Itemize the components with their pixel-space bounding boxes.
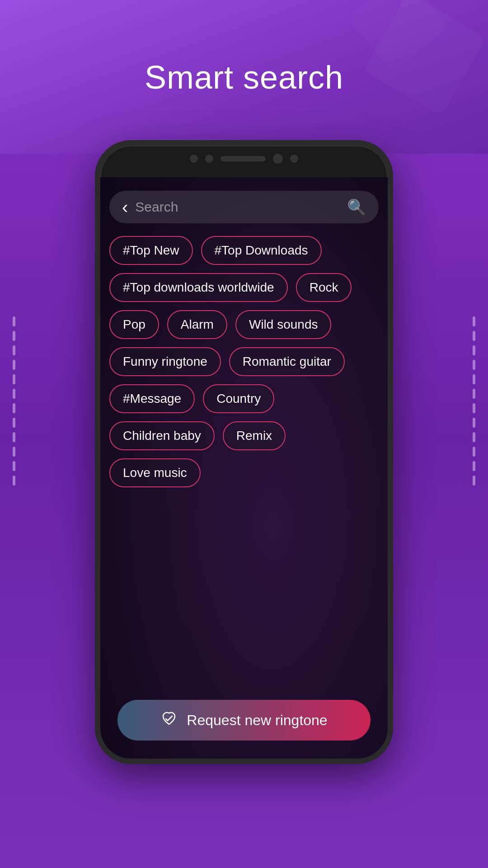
search-input[interactable]: Search: [135, 199, 347, 215]
tag-top-downloads-worldwide[interactable]: #Top downloads worldwide: [109, 273, 288, 302]
phone-mockup: ‹ Search 🔍 #Top New #Top Downloads #Top …: [95, 140, 393, 764]
decorative-dashes-right: [473, 316, 475, 486]
tag-top-downloads[interactable]: #Top Downloads: [201, 236, 322, 265]
tag-rock[interactable]: Rock: [296, 273, 352, 302]
decorative-dashes-left: [13, 316, 15, 486]
request-ringtone-button[interactable]: Request new ringtone: [117, 700, 371, 741]
tag-love-music[interactable]: Love music: [109, 458, 201, 487]
tags-container: #Top New #Top Downloads #Top downloads w…: [109, 236, 379, 487]
request-icon: [160, 710, 178, 731]
tag-top-new[interactable]: #Top New: [109, 236, 193, 265]
notch-dot-2: [205, 155, 213, 163]
tag-country[interactable]: Country: [203, 384, 274, 413]
notch-dot-3: [273, 154, 283, 164]
phone-notch: [100, 154, 388, 164]
tag-wild-sounds[interactable]: Wild sounds: [235, 310, 332, 339]
notch-dot-4: [290, 155, 298, 163]
tag-romantic-guitar[interactable]: Romantic guitar: [229, 347, 345, 376]
tag-funny-ringtone[interactable]: Funny ringtone: [109, 347, 221, 376]
notch-bar: [221, 156, 266, 161]
notch-dot-1: [190, 155, 198, 163]
search-icon[interactable]: 🔍: [347, 198, 366, 216]
phone-screen: ‹ Search 🔍 #Top New #Top Downloads #Top …: [100, 177, 388, 759]
tag-message[interactable]: #Message: [109, 384, 195, 413]
back-button[interactable]: ‹: [122, 197, 128, 217]
tag-remix[interactable]: Remix: [223, 421, 286, 450]
page-title: Smart search: [0, 59, 488, 96]
tag-children-baby[interactable]: Children baby: [109, 421, 215, 450]
tag-alarm[interactable]: Alarm: [167, 310, 227, 339]
request-button-label: Request new ringtone: [187, 712, 327, 729]
search-bar: ‹ Search 🔍: [109, 191, 379, 223]
tag-pop[interactable]: Pop: [109, 310, 159, 339]
